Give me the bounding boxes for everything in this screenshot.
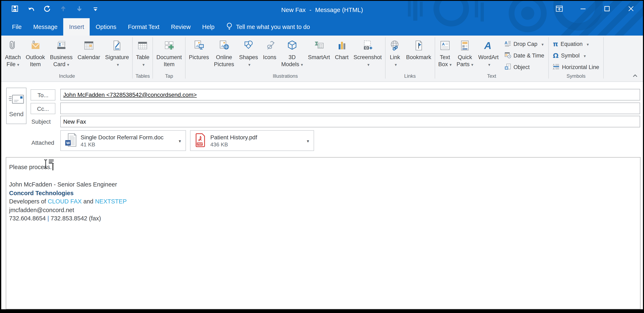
- link-icon: [389, 38, 401, 53]
- icons-button[interactable]: Icons: [260, 37, 279, 68]
- document-item-icon: [163, 38, 175, 53]
- wordart-icon: A: [482, 38, 494, 53]
- close-button[interactable]: [621, 1, 641, 18]
- group-label-tap: Tap: [154, 73, 184, 82]
- outlook-item-icon: [29, 38, 42, 53]
- subject-field[interactable]: New Fax: [60, 116, 640, 127]
- link-button[interactable]: Link: [386, 37, 404, 69]
- symbol-button[interactable]: Ω Symbol: [551, 51, 601, 61]
- send-button[interactable]: Send: [6, 88, 26, 124]
- tab-format-text[interactable]: Format Text: [122, 18, 165, 36]
- group-divider: [603, 37, 604, 79]
- wordart-button[interactable]: A WordArt: [476, 37, 501, 69]
- quick-parts-button[interactable]: Quick Parts: [454, 37, 476, 69]
- screenshot-button[interactable]: Screenshot: [351, 37, 384, 69]
- to-field[interactable]: John McFadden <7328538542@concordsend.co…: [60, 89, 640, 101]
- dropdown-arrow-icon: [471, 61, 473, 68]
- attachment-card-doc[interactable]: W Single Doctor Referral Form.doc 41 KB: [60, 130, 186, 151]
- cc-button[interactable]: Cc...: [30, 103, 55, 114]
- equation-button[interactable]: π Equation: [551, 39, 601, 49]
- minimize-button[interactable]: [573, 1, 594, 18]
- group-label-tables: Tables: [134, 73, 152, 82]
- chart-button[interactable]: Chart: [332, 37, 351, 68]
- date-time-button[interactable]: Date & Time: [503, 51, 546, 61]
- to-recipient[interactable]: John McFadden <7328538542@concordsend.co…: [63, 91, 197, 98]
- attached-label: Attached: [32, 139, 54, 146]
- outlook-item-button[interactable]: Outlook Item: [23, 37, 48, 68]
- horizontal-line-icon: AA: [553, 63, 560, 71]
- calendar-button[interactable]: Calendar: [75, 37, 103, 68]
- maximize-icon: [604, 5, 610, 14]
- text-box-button[interactable]: A Text Box: [436, 37, 454, 69]
- business-card-icon: [55, 38, 67, 53]
- signature-products: Developers of CLOUD FAX and NEXTSTEP: [9, 197, 636, 206]
- signature-name: John McFadden - Senior Sales Engineer: [9, 180, 636, 189]
- attachment-name: Single Doctor Referral Form.doc: [80, 134, 164, 140]
- object-button[interactable]: Object: [503, 62, 546, 72]
- collapse-ribbon-button[interactable]: [632, 73, 639, 79]
- dropdown-arrow-icon: [142, 61, 145, 68]
- document-item-button[interactable]: Document Item: [154, 37, 184, 68]
- tab-file[interactable]: File: [6, 18, 28, 36]
- text-box-icon: A: [439, 38, 451, 53]
- ribbon-display-options-icon: [556, 5, 562, 14]
- online-pictures-button[interactable]: Online Pictures: [212, 37, 237, 68]
- ribbon-tabs: File Message Insert Options Format Text …: [1, 18, 316, 36]
- attachment-size: 41 KB: [80, 141, 164, 147]
- shapes-button[interactable]: Shapes: [236, 37, 260, 69]
- tab-message[interactable]: Message: [28, 18, 64, 36]
- group-label-links: Links: [386, 73, 434, 82]
- tell-me-box[interactable]: Tell me what you want to do: [220, 18, 316, 36]
- dropdown-arrow-icon: [248, 61, 250, 68]
- ribbon-display-options-button[interactable]: [549, 1, 570, 18]
- dropdown-arrow-icon: [542, 41, 544, 47]
- signature-button[interactable]: Signature: [103, 37, 132, 69]
- svg-text:A: A: [553, 64, 554, 66]
- screenshot-icon: [361, 38, 374, 53]
- bookmark-button[interactable]: Bookmark: [404, 37, 434, 68]
- business-card-button[interactable]: Business Card: [48, 37, 75, 69]
- ribbon-group-text: A Text Box Quick Parts A WordArt A: [436, 36, 548, 82]
- tab-help[interactable]: Help: [196, 18, 220, 36]
- attachment-dropdown-icon[interactable]: [303, 137, 309, 144]
- tab-options[interactable]: Options: [90, 18, 122, 36]
- dropdown-arrow-icon: [584, 53, 586, 59]
- to-button[interactable]: To...: [30, 89, 55, 101]
- tab-insert[interactable]: Insert: [63, 18, 90, 36]
- window-controls: [546, 1, 641, 18]
- group-divider: [548, 37, 549, 79]
- maximize-button[interactable]: [597, 1, 617, 18]
- cc-field[interactable]: [60, 103, 640, 114]
- quick-parts-icon: [459, 38, 471, 53]
- attachment-card-pdf[interactable]: PDF Patient History.pdf 436 KB: [190, 130, 314, 151]
- attach-file-button[interactable]: Attach File: [2, 37, 23, 69]
- chart-icon: [336, 38, 348, 53]
- pdf-document-icon: PDF: [195, 133, 206, 148]
- 3d-models-button[interactable]: 3D Models: [279, 37, 305, 69]
- window-header: New Fax - Message (HTML): [1, 1, 643, 36]
- outlook-message-window: New Fax - Message (HTML): [1, 1, 643, 309]
- smartart-icon: [313, 38, 325, 53]
- pictures-button[interactable]: Pictures: [186, 37, 212, 68]
- attachment-dropdown-icon[interactable]: [174, 137, 181, 144]
- screenshot-stage: New Fax - Message (HTML): [0, 0, 644, 313]
- dropdown-arrow-icon: [587, 41, 589, 47]
- cloud-fax-link[interactable]: CLOUD FAX: [48, 198, 82, 205]
- message-body-editor[interactable]: Please process. John McFadden - Senior S…: [6, 157, 640, 309]
- ribbon-insert: Attach File Outlook Item Business Card C…: [1, 36, 643, 82]
- table-button[interactable]: Table: [134, 37, 152, 69]
- ribbon-group-include: Attach File Outlook Item Business Card C…: [2, 36, 132, 82]
- dropdown-arrow-icon: [395, 61, 397, 68]
- ribbon-group-symbols: π Equation Ω Symbol AA Horizontal Line S…: [550, 36, 602, 82]
- tab-review[interactable]: Review: [165, 18, 196, 36]
- smartart-button[interactable]: SmartArt: [305, 37, 332, 68]
- pictures-icon: [193, 38, 205, 53]
- group-divider: [434, 37, 435, 79]
- nextstep-link[interactable]: NEXTSTEP: [95, 198, 127, 205]
- lightbulb-icon: [226, 22, 233, 32]
- svg-text:A: A: [504, 41, 507, 45]
- drop-cap-button[interactable]: A Drop Cap: [503, 39, 546, 49]
- dropdown-arrow-icon: [488, 61, 490, 68]
- dropdown-arrow-icon: [117, 61, 119, 68]
- horizontal-line-button[interactable]: AA Horizontal Line: [551, 62, 601, 72]
